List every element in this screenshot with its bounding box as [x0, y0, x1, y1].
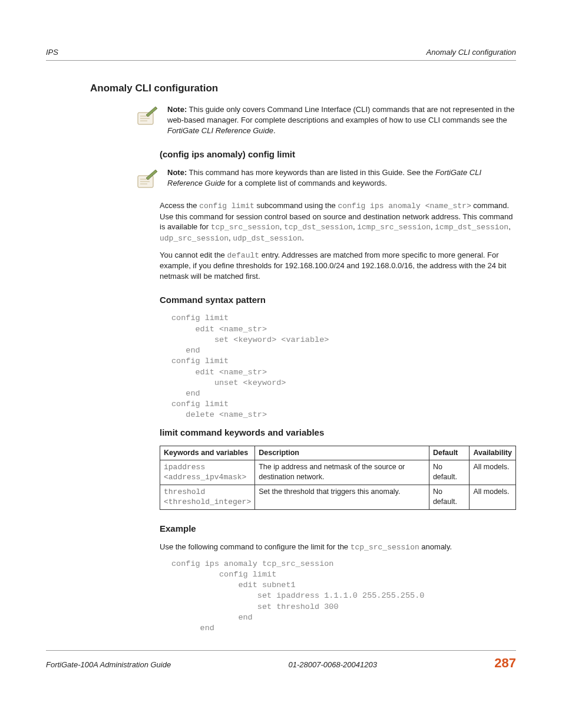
example-paragraph: Use the following command to configure t…	[160, 542, 516, 553]
note-ref: FortiGate CLI Reference Guide	[167, 126, 273, 135]
code: config limit	[199, 202, 254, 210]
table-row: threshold<threshold_integer> Set the thr…	[160, 485, 516, 509]
note-label: Note:	[167, 168, 187, 177]
section-title: Anomaly CLI configuration	[90, 82, 516, 95]
note-body-b: .	[273, 126, 276, 135]
note2-body-a: This command has more keywords than are …	[187, 168, 435, 177]
subsection-keywords: limit command keywords and variables	[160, 427, 516, 439]
cell-kw: threshold<threshold_integer>	[160, 485, 255, 509]
page-header: IPS Anomaly CLI configuration	[46, 47, 516, 61]
cannot-edit-paragraph: You cannot edit the default entry. Addre…	[160, 250, 516, 282]
txt: .	[302, 233, 304, 242]
code: tcp_src_session	[351, 543, 419, 552]
table-row: ipaddress<address_ipv4mask> The ip addre…	[160, 460, 516, 485]
txt: anomaly.	[419, 542, 452, 551]
note-icon	[134, 104, 159, 129]
cell-avail: All models.	[470, 485, 516, 509]
header-right: Anomaly CLI configuration	[427, 47, 516, 58]
syntax-code-block: config limit edit <name_str> set <keywor…	[171, 313, 516, 420]
code: tcp_dst_session	[284, 223, 353, 232]
txt: subcommand using the	[254, 201, 338, 210]
cell-kw: ipaddress<address_ipv4mask>	[160, 460, 255, 485]
cell-desc: The ip address and netmask of the source…	[255, 460, 429, 485]
th-def: Default	[429, 446, 470, 460]
txt: Access the	[160, 201, 199, 210]
code: default	[227, 251, 259, 260]
code: udp_src_session	[160, 234, 229, 243]
note-block-2: Note: This command has more keywords tha…	[134, 167, 516, 192]
note2-body-b: for a complete list of commands and keyw…	[225, 179, 387, 187]
code: config ips anomaly <name_str>	[338, 202, 471, 210]
th-avail: Availability	[470, 446, 516, 460]
note-text: Note: This guide only covers Command Lin…	[167, 104, 516, 136]
note-block: Note: This guide only covers Command Lin…	[134, 104, 516, 136]
kw: ipaddress	[164, 463, 205, 472]
note-icon	[134, 167, 159, 192]
access-paragraph: Access the config limit subcommand using…	[160, 200, 516, 243]
subsection-syntax: Command syntax pattern	[160, 294, 516, 306]
note-label: Note:	[167, 105, 187, 114]
code: tcp_src_session	[211, 223, 280, 232]
code: icmp_dst_session	[435, 223, 508, 232]
kw: threshold	[164, 487, 205, 496]
footer-center: 01-28007-0068-20041203	[289, 660, 377, 670]
cell-def: No default.	[429, 485, 470, 509]
cell-avail: All models.	[470, 460, 516, 485]
subsection-config-limit: (config ips anomaly) config limit	[160, 149, 516, 160]
page-footer: FortiGate-100A Administration Guide 01-2…	[46, 650, 516, 672]
footer-left: FortiGate-100A Administration Guide	[46, 660, 171, 670]
table-header-row: Keywords and variables Description Defau…	[160, 446, 516, 460]
keywords-table: Keywords and variables Description Defau…	[160, 446, 516, 510]
footer-page-number: 287	[494, 654, 516, 672]
txt: You cannot edit the	[160, 251, 227, 259]
subsection-example: Example	[160, 523, 516, 535]
txt: ,	[508, 222, 511, 231]
th-desc: Description	[255, 446, 429, 460]
note-body-a: This guide only covers Command Line Inte…	[167, 105, 514, 124]
var: <address_ipv4mask>	[164, 473, 246, 482]
cell-def: No default.	[429, 460, 470, 485]
code: icmp_src_session	[357, 223, 431, 232]
code: udp_dst_session	[233, 234, 302, 243]
var: <threshold_integer>	[164, 498, 251, 506]
example-code-block: config ips anomaly tcp_src_session confi…	[171, 559, 516, 634]
cell-desc: Set the threshold that triggers this ano…	[255, 485, 429, 509]
txt: Use the following command to configure t…	[160, 542, 351, 551]
th-kw: Keywords and variables	[160, 446, 255, 460]
note-text: Note: This command has more keywords tha…	[167, 167, 516, 188]
header-left: IPS	[46, 47, 58, 58]
txt: ,	[280, 222, 284, 231]
